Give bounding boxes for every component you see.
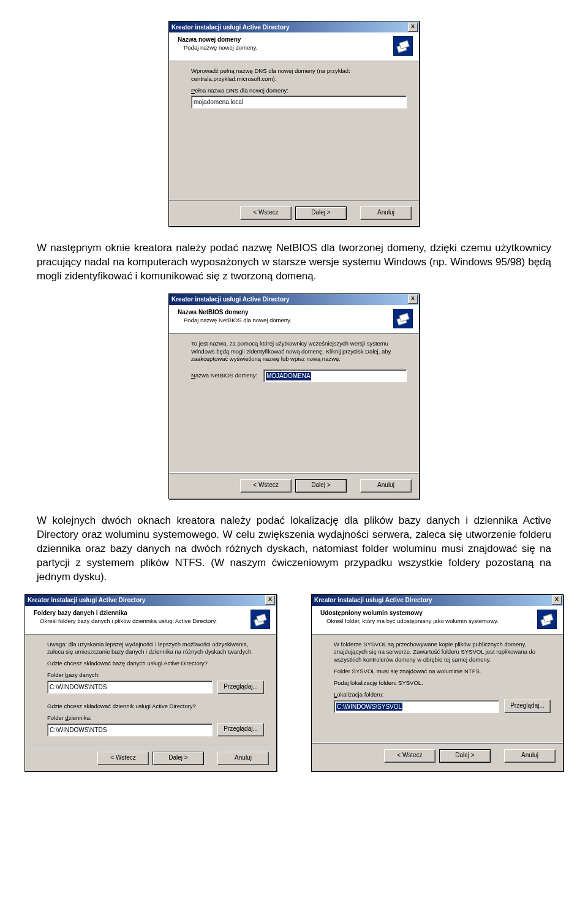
ad-icon bbox=[393, 309, 413, 328]
header-subtitle: Podaj nazwę nowej domeny. bbox=[184, 44, 257, 51]
header-title: Nazwa NetBIOS domeny bbox=[178, 309, 292, 315]
svg-rect-7 bbox=[543, 614, 553, 622]
close-icon[interactable]: X bbox=[552, 595, 562, 605]
next-button[interactable]: Dalej > bbox=[439, 749, 491, 763]
close-icon[interactable]: X bbox=[265, 595, 275, 605]
header-panel: Udostępniony wolumin systemowy Określ fo… bbox=[312, 606, 563, 635]
body-paragraph-2: W kolejnych dwóch oknach kreatora należy… bbox=[37, 514, 551, 584]
body-paragraph-1: W następnym oknie kreatora należy podać … bbox=[37, 241, 551, 284]
dns-name-label: Pełna nazwa DNS dla nowej domeny: bbox=[191, 87, 407, 95]
browse-button[interactable]: Przeglądaj... bbox=[504, 700, 551, 713]
back-button[interactable]: < Wstecz bbox=[240, 206, 292, 220]
titlebar: Kreator instalacji usługi Active Directo… bbox=[25, 595, 276, 606]
header-panel: Nazwa NetBIOS domeny Podaj nazwę NetBIOS… bbox=[169, 305, 419, 334]
back-button[interactable]: < Wstecz bbox=[240, 479, 292, 493]
sysvol-desc: W folderze SYSVOL są przechowywane kopie… bbox=[334, 641, 551, 664]
button-row: < Wstecz Dalej > Anuluj bbox=[169, 200, 419, 226]
sysvol-prompt: Podaj lokalizację folderu SYSVOL. bbox=[334, 679, 551, 687]
header-panel: Foldery bazy danych i dziennika Określ f… bbox=[25, 606, 276, 635]
titlebar-text: Kreator instalacji usługi Active Directo… bbox=[172, 24, 289, 31]
wizard-dialog-netbios-name: Kreator instalacji usługi Active Directo… bbox=[168, 293, 420, 499]
cancel-button[interactable]: Anuluj bbox=[217, 752, 269, 765]
wizard-dialog-new-domain-name: Kreator instalacji usługi Active Directo… bbox=[168, 21, 420, 227]
header-subtitle: Określ folder, który ma być udostępniany… bbox=[326, 618, 499, 625]
log-folder-label: Folder dziennika: bbox=[47, 714, 264, 722]
instruction-text: Wprowadź pełną nazwę DNS dla nowej domen… bbox=[191, 67, 407, 83]
next-button[interactable]: Dalej > bbox=[295, 206, 347, 220]
header-panel: Nazwa nowej domeny Podaj nazwę nowej dom… bbox=[169, 32, 419, 61]
log-question: Gdzie chcesz składować dziennik usługi A… bbox=[47, 703, 264, 711]
back-button[interactable]: < Wstecz bbox=[97, 752, 149, 765]
ad-icon bbox=[537, 610, 557, 629]
header-subtitle: Określ foldery bazy danych i plików dzie… bbox=[40, 618, 217, 625]
netbios-name-label: Nazwa NetBIOS domeny: bbox=[191, 372, 258, 380]
dialog-content: W folderze SYSVOL są przechowywane kopie… bbox=[312, 635, 563, 742]
cancel-button[interactable]: Anuluj bbox=[504, 749, 556, 763]
header-title: Nazwa nowej domeny bbox=[178, 36, 257, 43]
titlebar-text: Kreator instalacji usługi Active Directo… bbox=[314, 597, 432, 603]
header-subtitle: Podaj nazwę NetBIOS dla nowej domeny. bbox=[184, 317, 292, 324]
log-folder-input[interactable]: C:\WINDOWS\NTDS bbox=[47, 724, 213, 736]
dialog-content: Uwaga: dla uzyskania lepszej wydajności … bbox=[25, 635, 276, 746]
wizard-dialog-sysvol: Kreator instalacji usługi Active Directo… bbox=[311, 594, 564, 773]
browse-button[interactable]: Przeglądaj... bbox=[217, 681, 264, 694]
svg-rect-5 bbox=[257, 614, 266, 622]
instruction-text: To jest nazwa, za pomocą której użytkown… bbox=[191, 340, 407, 363]
titlebar: Kreator instalacji usługi Active Directo… bbox=[169, 21, 419, 32]
cancel-button[interactable]: Anuluj bbox=[360, 206, 412, 220]
header-title: Udostępniony wolumin systemowy bbox=[320, 610, 499, 616]
cancel-button[interactable]: Anuluj bbox=[360, 479, 412, 493]
ad-icon bbox=[393, 36, 413, 56]
db-question: Gdzie chcesz składować bazę danych usług… bbox=[47, 660, 264, 668]
titlebar-text: Kreator instalacji usługi Active Directo… bbox=[28, 597, 145, 603]
close-icon[interactable]: X bbox=[408, 23, 418, 32]
svg-rect-3 bbox=[399, 313, 409, 322]
header-title: Foldery bazy danych i dziennika bbox=[34, 610, 217, 616]
netbios-name-input[interactable]: MOJADOMENA bbox=[263, 369, 407, 382]
dns-name-input[interactable]: mojadomena.local bbox=[191, 96, 407, 108]
dialog-content: To jest nazwa, za pomocą której użytkown… bbox=[169, 334, 419, 472]
next-button[interactable]: Dalej > bbox=[295, 479, 347, 493]
titlebar-text: Kreator instalacji usługi Active Directo… bbox=[172, 296, 289, 303]
button-row: < Wstecz Dalej > Anuluj bbox=[169, 472, 419, 499]
svg-rect-1 bbox=[399, 40, 409, 49]
db-folder-input[interactable]: C:\WINDOWS\NTDS bbox=[47, 681, 213, 693]
back-button[interactable]: < Wstecz bbox=[384, 749, 435, 763]
ad-icon bbox=[251, 610, 270, 629]
sysvol-location-input[interactable]: C:\WINDOWS\SYSVOL bbox=[334, 700, 499, 713]
browse-button[interactable]: Przeglądaj... bbox=[217, 723, 264, 736]
next-button[interactable]: Dalej > bbox=[153, 752, 204, 765]
button-row: < Wstecz Dalej > Anuluj bbox=[25, 745, 276, 771]
sysvol-ntfs: Folder SYSVOL musi się znajdować na wolu… bbox=[334, 668, 551, 676]
sysvol-location-label: Lokalizacja folderu: bbox=[334, 691, 551, 699]
db-folder-label: Folder bazy danych: bbox=[47, 671, 264, 679]
close-icon[interactable]: X bbox=[408, 295, 418, 304]
warning-text: Uwaga: dla uzyskania lepszej wydajności … bbox=[47, 641, 264, 657]
titlebar: Kreator instalacji usługi Active Directo… bbox=[312, 595, 563, 606]
button-row: < Wstecz Dalej > Anuluj bbox=[312, 742, 563, 769]
dialog-content: Wprowadź pełną nazwę DNS dla nowej domen… bbox=[169, 61, 419, 200]
wizard-dialog-db-log-folders: Kreator instalacji usługi Active Directo… bbox=[24, 594, 277, 773]
titlebar: Kreator instalacji usługi Active Directo… bbox=[169, 294, 419, 305]
